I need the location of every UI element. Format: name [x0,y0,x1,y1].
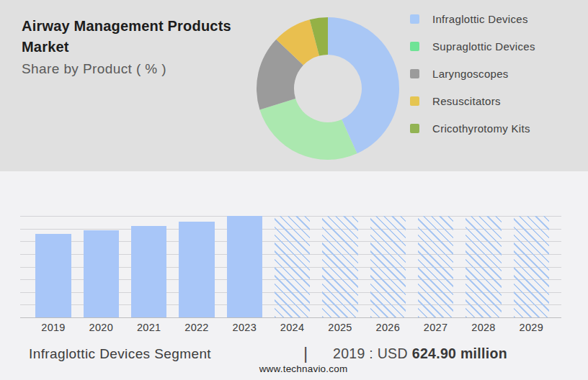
x-tick-label: 2025 [316,322,364,333]
website-url: www.technavio.com [0,363,588,374]
x-tick-label: 2027 [412,322,460,333]
legend-swatch-icon [410,124,419,133]
legend-item: Resuscitators [410,91,583,110]
x-tick-label: 2028 [460,322,507,333]
bar-2019 [35,234,71,317]
legend-label: Supraglottic Devices [432,40,535,53]
segment-value-amount: 624.90 million [412,345,507,361]
x-tick-label: 2024 [269,322,316,333]
divider: | [303,343,308,363]
title-block: Airway Management ProductsMarket Share b… [22,16,252,77]
bar-2022 [179,222,214,317]
page-title: Airway Management ProductsMarket [22,16,252,58]
bar-chart: 2019202020212022202320242025202620272028… [20,216,561,317]
legend-label: Cricothyrotomy Kits [432,122,530,135]
infographic-page: Airway Management ProductsMarket Share b… [0,0,588,380]
x-tick-label: 2026 [364,322,411,333]
legend-swatch-icon [410,14,419,24]
bar-2029-forecast [514,216,549,317]
donut-slice-supraglottic-devices [259,99,357,160]
x-tick-label: 2029 [507,322,555,333]
bar-2026-forecast [370,216,406,317]
page-title-line1: Airway Management Products [22,18,231,34]
page-title-line2: Market [22,39,69,55]
bar-2028-forecast [466,216,501,317]
legend-item: Infraglottic Devices [410,9,583,28]
bar-2024-forecast [275,216,310,317]
legend-item: Supraglottic Devices [410,37,583,55]
bar-2021 [131,226,166,317]
donut-legend: Infraglottic DevicesSupraglottic Devices… [410,9,583,146]
legend-label: Laryngoscopes [432,68,509,80]
legend-item: Laryngoscopes [410,64,583,83]
legend-swatch-icon [410,42,419,51]
x-axis-line [20,317,561,318]
header-panel: Airway Management ProductsMarket Share b… [0,0,588,171]
x-tick-label: 2020 [77,322,125,333]
x-tick-label: 2023 [220,322,268,333]
legend-item: Cricothyrotomy Kits [410,119,583,137]
bar-2025-forecast [322,216,357,317]
legend-label: Resuscitators [432,95,501,107]
bar-2020 [84,230,119,317]
legend-swatch-icon [410,96,419,106]
segment-label: Infraglottic Devices Segment [29,346,211,362]
bar-2023 [227,216,262,317]
bar-2027-forecast [418,216,453,317]
x-tick-label: 2021 [125,322,173,333]
segment-value: 2019 : USD624.90 million [333,345,507,362]
x-tick-label: 2019 [30,322,77,333]
donut-chart [256,17,400,160]
legend-label: Infraglottic Devices [432,13,528,25]
bar-chart-panel: 2019202020212022202320242025202620272028… [0,171,588,380]
legend-swatch-icon [410,69,419,78]
segment-value-prefix: 2019 : USD [333,345,408,361]
x-tick-label: 2022 [173,322,220,333]
donut-chart-subtitle: Share by Product ( % ) [22,61,252,77]
